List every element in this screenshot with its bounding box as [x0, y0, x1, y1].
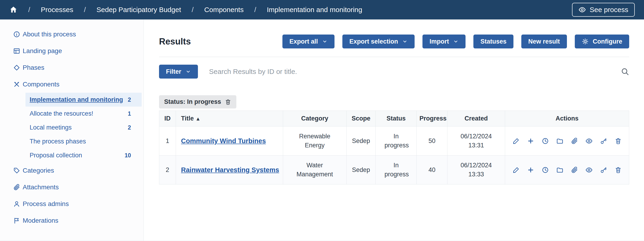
sidebar-item-label: Phases [23, 64, 44, 71]
cell-title: Community Wind Turbines [176, 127, 283, 155]
sidebar-item-label: Attachments [23, 183, 59, 191]
sidebar-subitem-label: Local meetings [30, 124, 72, 131]
gear-icon [582, 38, 589, 45]
col-header-title-label: Title [181, 115, 194, 122]
folder-icon[interactable] [556, 166, 564, 174]
filter-button[interactable]: Filter [159, 65, 198, 79]
diamond-icon [13, 64, 20, 71]
cell-scope: Sedep [346, 127, 376, 155]
applied-filter-chip: Status: In progress [159, 95, 236, 108]
edit-icon[interactable] [512, 137, 520, 145]
sidebar-item-phases[interactable]: Phases [0, 59, 144, 76]
sidebar-subitem-implementation-and-monitoring[interactable]: Implementation and monitoring 2 [26, 93, 142, 107]
sidebar-item-categories[interactable]: Categories [0, 162, 144, 179]
sidebar-item-process-admins[interactable]: Process admins [0, 196, 144, 212]
sidebar-item-label: Components [23, 81, 60, 88]
breadcrumb-current-component[interactable]: Implementation and monitoring [267, 6, 362, 14]
sidebar-item-components[interactable]: Components [0, 76, 144, 93]
main-content: Results Export all Export selection Impo… [144, 20, 644, 241]
paperclip-icon[interactable] [571, 166, 578, 174]
breadcrumb-components[interactable]: Components [204, 6, 244, 14]
count-badge: 2 [128, 96, 131, 103]
export-all-button[interactable]: Export all [282, 35, 334, 49]
breadcrumb-processes[interactable]: Processes [41, 6, 73, 14]
sidebar-subitem-local-meetings[interactable]: Local meetings 2 [26, 121, 142, 134]
cell-progress: 40 [417, 155, 448, 184]
edit-icon[interactable] [512, 166, 520, 174]
count-badge: 10 [124, 152, 131, 159]
sidebar-subitem-allocate-the-resources[interactable]: Allocate the resources! 1 [26, 107, 142, 121]
add-icon[interactable] [527, 137, 534, 145]
cell-created: 06/12/2024 13:31 [448, 127, 505, 155]
cell-title: Rainwater Harvesting Systems [176, 155, 283, 184]
col-header-created: Created [448, 111, 505, 127]
sidebar-item-attachments[interactable]: Attachments [0, 179, 144, 196]
row-actions [508, 137, 626, 145]
sort-ascending-indicator: ▲ [196, 116, 201, 122]
topbar: / Processes / Sedep Participatory Budget… [0, 0, 644, 20]
cell-actions [505, 127, 629, 155]
new-result-button[interactable]: New result [521, 35, 567, 49]
paperclip-icon[interactable] [571, 137, 578, 145]
key-icon[interactable] [600, 137, 607, 145]
export-selection-button[interactable]: Export selection [342, 35, 414, 49]
table-header-row: ID Title ▲ Category Scope Status Progres… [159, 111, 629, 127]
add-icon[interactable] [527, 166, 534, 174]
cell-scope: Sedep [346, 155, 376, 184]
sidebar: About this process Landing page Phases [0, 20, 144, 241]
col-header-status: Status [376, 111, 417, 127]
sidebar-subitem-proposal-collection[interactable]: Proposal collection 10 [26, 148, 142, 162]
col-header-title-sortable[interactable]: Title ▲ [176, 111, 283, 127]
statuses-button[interactable]: Statuses [474, 35, 514, 49]
export-selection-label: Export selection [349, 38, 398, 45]
cell-id: 2 [159, 155, 176, 184]
chevron-down-icon [186, 69, 191, 74]
divider [159, 57, 629, 57]
clock-icon[interactable] [542, 166, 549, 174]
configure-label: Configure [593, 38, 622, 45]
folder-icon[interactable] [556, 137, 564, 145]
sidebar-item-label: Categories [23, 167, 54, 174]
sidebar-item-moderations[interactable]: Moderations [0, 212, 144, 229]
breadcrumb-process-name[interactable]: Sedep Participatory Budget [96, 6, 181, 14]
table-row: 1 Community Wind Turbines Renewable Ener… [159, 127, 629, 155]
sidebar-subitem-the-process-phases[interactable]: The process phases [26, 134, 142, 148]
sidebar-subitem-label: Proposal collection [30, 152, 82, 159]
export-all-label: Export all [289, 38, 318, 45]
statuses-label: Statuses [480, 38, 506, 45]
sidebar-item-landing-page[interactable]: Landing page [0, 43, 144, 59]
applied-filter-label: Status: In progress [164, 98, 221, 105]
eye-icon [578, 6, 586, 14]
col-header-progress: Progress [417, 111, 448, 127]
results-table: ID Title ▲ Category Scope Status Progres… [159, 111, 629, 184]
search-input[interactable] [209, 68, 610, 76]
sidebar-subitem-label: Allocate the resources! [30, 110, 93, 117]
home-icon[interactable] [9, 6, 18, 14]
sidebar-item-label: Process admins [23, 200, 69, 208]
search-icon[interactable] [621, 67, 629, 76]
count-badge: 1 [128, 110, 131, 117]
count-badge: 2 [128, 124, 131, 131]
eye-icon[interactable] [586, 166, 592, 174]
col-header-actions: Actions [505, 111, 629, 127]
flag-icon [13, 217, 20, 224]
cell-category: Renewable Energy [283, 127, 346, 155]
trash-icon[interactable] [225, 99, 231, 105]
sidebar-item-about-this-process[interactable]: About this process [0, 26, 144, 43]
trash-icon[interactable] [614, 137, 622, 145]
eye-icon[interactable] [586, 137, 592, 145]
tag-icon [13, 167, 20, 174]
see-process-label: See process [590, 6, 628, 14]
see-process-button[interactable]: See process [572, 3, 635, 17]
chevron-down-icon [402, 39, 408, 44]
import-button[interactable]: Import [422, 35, 466, 49]
configure-button[interactable]: Configure [575, 35, 630, 49]
filter-label: Filter [166, 68, 181, 75]
trash-icon[interactable] [614, 166, 622, 174]
row-actions [508, 166, 626, 174]
sidebar-item-label: Moderations [23, 217, 58, 224]
result-title-link[interactable]: Rainwater Harvesting Systems [181, 166, 279, 174]
key-icon[interactable] [600, 166, 607, 174]
clock-icon[interactable] [542, 137, 549, 145]
result-title-link[interactable]: Community Wind Turbines [181, 137, 266, 145]
